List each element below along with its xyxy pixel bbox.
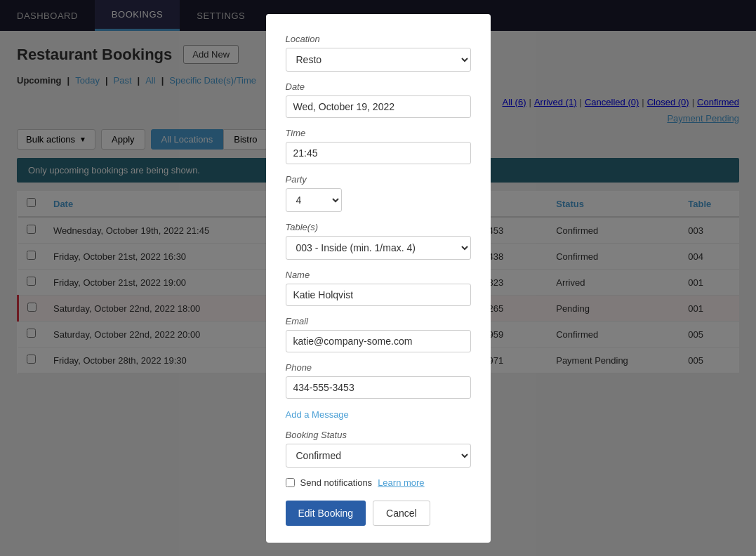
edit-booking-modal: Location RestoBistro Date Time Party 123… [266, 14, 491, 388]
location-select[interactable]: RestoBistro [286, 48, 471, 72]
date-field-group: Date [286, 81, 471, 118]
time-field-group: Time [286, 128, 471, 164]
tables-field-group: Table(s) 003 - Inside (min. 1/max. 4) [286, 222, 471, 260]
party-field-group: Party 12345678 [286, 174, 471, 212]
time-input[interactable] [286, 142, 471, 164]
tables-label: Table(s) [286, 222, 471, 232]
name-input[interactable] [286, 284, 471, 306]
phone-field-group: Phone [286, 362, 471, 388]
date-label: Date [286, 81, 471, 92]
date-input[interactable] [286, 95, 471, 118]
email-field-group: Email [286, 316, 471, 352]
time-label: Time [286, 128, 471, 138]
name-label: Name [286, 270, 471, 280]
name-field-group: Name [286, 270, 471, 306]
email-input[interactable] [286, 330, 471, 352]
party-label: Party [286, 174, 471, 185]
modal-overlay[interactable]: Location RestoBistro Date Time Party 123… [0, 0, 756, 388]
location-field-group: Location RestoBistro [286, 34, 471, 72]
tables-select[interactable]: 003 - Inside (min. 1/max. 4) [286, 236, 471, 260]
phone-input[interactable] [286, 376, 471, 388]
phone-label: Phone [286, 362, 471, 373]
location-label: Location [286, 34, 471, 44]
email-label: Email [286, 316, 471, 326]
party-select[interactable]: 12345678 [286, 188, 342, 212]
